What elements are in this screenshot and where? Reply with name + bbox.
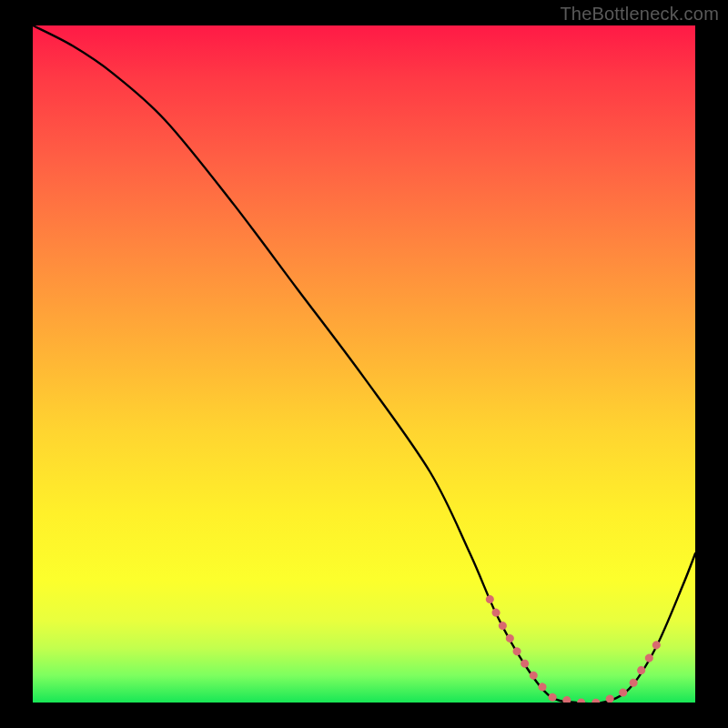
- curve-layer: [33, 25, 695, 703]
- bottleneck-curve-path: [33, 25, 695, 703]
- highlight-dots-path: [490, 600, 659, 703]
- watermark-text: TheBottleneck.com: [560, 4, 719, 25]
- chart-root: TheBottleneck.com: [0, 0, 728, 728]
- plot-area: [33, 25, 695, 703]
